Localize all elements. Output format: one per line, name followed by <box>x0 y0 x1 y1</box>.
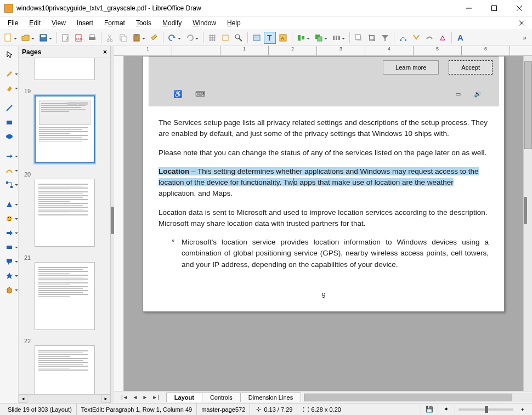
last-slide-button[interactable]: ►| <box>150 394 161 400</box>
basic-shapes-tool[interactable] <box>3 198 16 211</box>
zoom-slider[interactable] <box>459 408 513 411</box>
zoom-button[interactable] <box>233 32 245 44</box>
titlebar: windows10privacyguide_txtv1_grayscale.pd… <box>0 0 532 16</box>
arrow-tool[interactable] <box>3 150 16 162</box>
export-button[interactable] <box>60 32 72 44</box>
paragraph-location[interactable]: Location – This setting determines wheth… <box>159 166 489 200</box>
arrange-button[interactable] <box>313 32 325 44</box>
menu-file[interactable]: File <box>3 18 22 28</box>
grid-button[interactable] <box>206 32 218 44</box>
status-slide[interactable]: Slide 19 of 303 (Layout) <box>3 403 77 415</box>
vertical-scrollbar[interactable] <box>523 56 532 391</box>
page-canvas[interactable]: Learn more Accept ♿ ⌨ ▭ 🔊 The <box>143 56 505 312</box>
3d-tool[interactable] <box>3 284 16 296</box>
tab-dimension[interactable]: Dimension Lines <box>240 393 301 402</box>
menu-window[interactable]: Window <box>188 18 220 28</box>
cut-button[interactable] <box>104 32 116 44</box>
points-button[interactable] <box>397 32 409 44</box>
ruler-vertical[interactable] <box>114 56 124 391</box>
fit-page-button[interactable]: ✦ <box>438 403 455 415</box>
paragraph[interactable]: The Services setup page lists all privac… <box>159 117 489 140</box>
pages-hscroll[interactable]: ◄► <box>19 394 110 403</box>
open-button[interactable] <box>20 32 32 44</box>
callout-tool[interactable] <box>3 255 16 268</box>
page-thumb[interactable] <box>35 58 95 80</box>
save-button[interactable] <box>37 32 49 44</box>
menu-modify[interactable]: Modify <box>158 18 186 28</box>
close-button[interactable] <box>507 0 532 16</box>
pages-panel-close[interactable]: × <box>103 48 107 56</box>
menu-edit[interactable]: Edit <box>25 18 45 28</box>
menu-insert[interactable]: Insert <box>72 18 98 28</box>
pages-list[interactable]: 19 20 21 <box>19 58 110 394</box>
export-pdf-button[interactable]: PDF <box>73 32 85 44</box>
status-master[interactable]: master-page572 <box>197 403 250 415</box>
page-thumb[interactable] <box>35 345 95 394</box>
paste-button[interactable] <box>131 32 143 44</box>
menu-tools[interactable]: Tools <box>132 18 156 28</box>
page-thumb-number: 22 <box>21 338 108 344</box>
fontwork-a-button[interactable]: A <box>455 32 467 44</box>
zoom-in-button[interactable]: + <box>517 403 529 415</box>
prev-slide-button[interactable]: ◄ <box>131 394 140 400</box>
menu-view[interactable]: View <box>47 18 70 28</box>
line-tool[interactable] <box>3 102 16 114</box>
filter-button[interactable] <box>379 32 391 44</box>
extrusion-button[interactable] <box>423 32 435 44</box>
paragraph[interactable]: Please note that you can change the stat… <box>159 147 489 158</box>
fontwork-button[interactable]: A <box>277 32 289 44</box>
svg-rect-38 <box>333 36 335 40</box>
clone-format-button[interactable] <box>148 32 160 44</box>
new-button[interactable] <box>2 32 14 44</box>
block-arrows-tool[interactable] <box>3 227 16 239</box>
menu-help[interactable]: Help <box>223 18 245 28</box>
crop-button[interactable] <box>366 32 378 44</box>
tab-controls[interactable]: Controls <box>202 393 241 402</box>
copy-button[interactable] <box>117 32 129 44</box>
toolbar-overflow[interactable]: » <box>519 34 530 42</box>
svg-rect-29 <box>253 35 260 41</box>
svg-rect-26 <box>223 35 228 41</box>
fill-color-tool[interactable] <box>3 82 16 94</box>
align-button[interactable] <box>295 32 307 44</box>
shadow-button[interactable] <box>353 32 365 44</box>
distribute-button[interactable] <box>330 32 342 44</box>
select-tool[interactable] <box>3 48 16 60</box>
svg-text:T: T <box>267 33 272 42</box>
flowchart-tool[interactable] <box>3 241 16 253</box>
textbox-button[interactable]: T <box>264 32 276 44</box>
svg-rect-8 <box>41 35 46 37</box>
star-tool[interactable] <box>3 270 16 282</box>
bullet-item[interactable]: Microsoft's location service provides lo… <box>172 237 489 270</box>
symbol-shapes-tool[interactable] <box>3 213 16 225</box>
ruler-horizontal[interactable]: 1 1 2 3 4 5 6 7 <box>114 46 532 56</box>
keyboard-icon: ⌨ <box>195 90 206 98</box>
helplines-button[interactable] <box>219 32 231 44</box>
tab-layout[interactable]: Layout <box>166 393 202 402</box>
first-slide-button[interactable]: |◄ <box>120 394 130 400</box>
glue-button[interactable] <box>410 32 422 44</box>
close-document-button[interactable] <box>514 19 529 27</box>
menu-format[interactable]: Format <box>100 18 129 28</box>
redo-button[interactable] <box>184 32 196 44</box>
line-color-tool[interactable] <box>3 68 16 80</box>
minimize-button[interactable] <box>456 0 482 16</box>
page-viewport[interactable]: Learn more Accept ♿ ⌨ ▭ 🔊 The <box>124 56 523 391</box>
page-thumb[interactable] <box>35 179 95 247</box>
rect-tool[interactable] <box>3 116 16 128</box>
maximize-button[interactable] <box>482 0 507 16</box>
status-save-icon[interactable]: 💾 <box>421 403 438 415</box>
undo-button[interactable] <box>166 32 178 44</box>
curve-tool[interactable] <box>3 164 16 177</box>
connector-tool[interactable] <box>3 179 16 191</box>
next-slide-button[interactable]: ► <box>140 394 149 400</box>
ellipse-tool[interactable] <box>3 130 16 143</box>
page-thumb[interactable] <box>35 95 95 163</box>
print-button[interactable] <box>86 32 98 44</box>
horizontal-scrollbar[interactable] <box>304 393 532 402</box>
document-body[interactable]: The Services setup page lists all privac… <box>143 117 504 300</box>
page-thumb[interactable] <box>35 262 95 330</box>
image-button[interactable] <box>251 32 263 44</box>
paragraph[interactable]: Location data is sent to Microsoft and u… <box>159 207 489 230</box>
toggle-button[interactable] <box>437 32 449 44</box>
